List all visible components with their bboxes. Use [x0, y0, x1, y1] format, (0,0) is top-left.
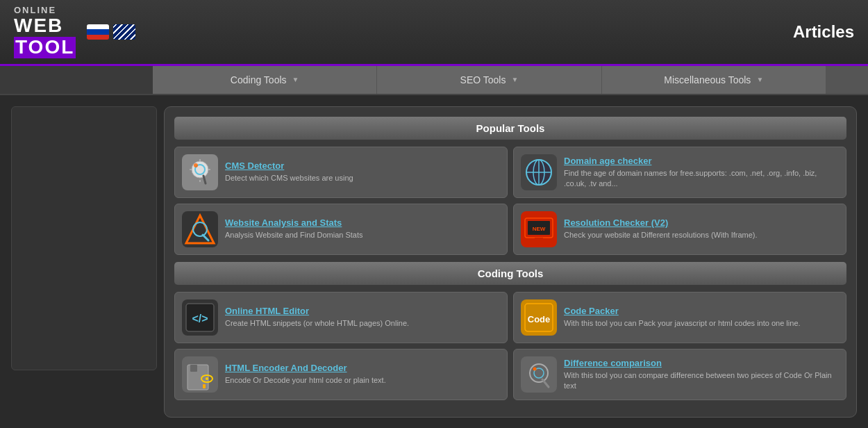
- html-editor-info: Online HTML Editor Create HTML snippets …: [225, 306, 500, 329]
- nav-misc-tools[interactable]: Miscellaneous Tools ▼: [602, 66, 826, 94]
- svg-point-7: [194, 163, 198, 167]
- svg-text:NEW: NEW: [533, 226, 546, 232]
- navbar: Coding Tools ▼ SEO Tools ▼ Miscellaneous…: [0, 66, 868, 95]
- svg-line-14: [203, 235, 208, 240]
- resolution-checker-icon: NEW: [521, 211, 557, 247]
- html-encoder-icon: [182, 356, 218, 393]
- logo-online: ONLINE: [14, 6, 76, 15]
- html-editor-desc: Create HTML snippets (or whole HTML page…: [225, 318, 500, 329]
- svg-point-27: [206, 377, 208, 380]
- seo-tools-label: SEO Tools: [460, 74, 506, 85]
- code-packer-info: Code Packer With this tool you can Pack …: [564, 306, 839, 329]
- misc-tools-arrow-icon: ▼: [756, 76, 763, 83]
- svg-point-0: [192, 161, 208, 178]
- website-analysis-info: Website Analysis and Stats Analysis Webs…: [225, 217, 500, 240]
- website-analysis-title: Website Analysis and Stats: [225, 217, 500, 228]
- cms-detector-info: CMS Detector Detect which CMS websites a…: [225, 160, 500, 183]
- coding-tools-label: Coding Tools: [231, 74, 287, 85]
- flags: [87, 24, 135, 40]
- diff-comparison-info: Difference comparison With this tool you…: [564, 358, 839, 392]
- coding-tools-arrow-icon: ▼: [292, 76, 299, 83]
- website-analysis-desc: Analysis Website and Find Domian Stats: [225, 230, 500, 240]
- svg-text:</>: </>: [192, 313, 208, 324]
- svg-marker-12: [186, 215, 214, 243]
- coding-tools-header: Coding Tools: [174, 262, 846, 285]
- tool-website-analysis[interactable]: Website Analysis and Stats Analysis Webs…: [174, 204, 508, 255]
- resolution-checker-desc: Check your website at Different resoluti…: [564, 230, 839, 240]
- nav-right-spacer: [826, 66, 868, 94]
- svg-point-31: [533, 367, 537, 370]
- tool-cms-detector[interactable]: CMS Detector Detect which CMS websites a…: [174, 147, 508, 198]
- coding-tools-grid: </> Online HTML Editor Create HTML snipp…: [174, 292, 846, 400]
- tool-html-encoder[interactable]: HTML Encoder And Decoder Encode Or Decod…: [174, 349, 508, 400]
- domain-age-icon: [521, 154, 557, 190]
- main-wrapper: Popular Tools CMS: [0, 95, 868, 428]
- tool-domain-age[interactable]: Domain age checker Find the age of domai…: [513, 147, 846, 198]
- header: ONLINE WEB TOOL Articles: [0, 0, 868, 66]
- domain-age-title: Domain age checker: [564, 156, 839, 166]
- svg-line-30: [542, 379, 549, 387]
- code-packer-desc: With this tool you can Pack your javascr…: [564, 318, 839, 329]
- popular-tools-header: Popular Tools: [174, 117, 846, 140]
- code-packer-icon: Code: [521, 299, 557, 336]
- cms-detector-title: CMS Detector: [225, 160, 500, 171]
- domain-age-info: Domain age checker Find the age of domai…: [564, 156, 839, 190]
- resolution-checker-info: Resolution Checker (V2) Check your websi…: [564, 217, 839, 240]
- misc-tools-label: Miscellaneous Tools: [664, 74, 751, 85]
- nav-coding-tools[interactable]: Coding Tools ▼: [153, 66, 377, 94]
- flag-uk-icon[interactable]: [113, 24, 135, 40]
- sidebar-panel: [11, 106, 157, 370]
- logo-tool: TOOL: [14, 37, 76, 58]
- logo-web: WEB: [14, 15, 76, 37]
- popular-tools-grid: CMS Detector Detect which CMS websites a…: [174, 147, 846, 255]
- svg-line-6: [203, 176, 206, 183]
- svg-rect-24: [190, 365, 197, 372]
- diff-comparison-icon: [521, 356, 557, 393]
- content-area: Popular Tools CMS: [164, 106, 857, 418]
- sidebar: [11, 106, 157, 418]
- html-encoder-info: HTML Encoder And Decoder Encode Or Decod…: [225, 363, 500, 386]
- nav-seo-tools[interactable]: SEO Tools ▼: [377, 66, 601, 94]
- html-editor-icon: </>: [182, 299, 218, 336]
- tool-html-editor[interactable]: </> Online HTML Editor Create HTML snipp…: [174, 292, 508, 343]
- nav-spacer: [0, 66, 153, 94]
- svg-rect-26: [203, 384, 206, 388]
- html-encoder-title: HTML Encoder And Decoder: [225, 363, 500, 373]
- website-analysis-icon: [182, 211, 218, 247]
- domain-age-desc: Find the age of domain names for free.su…: [564, 168, 839, 190]
- coding-tools-section: Coding Tools </> Online HTML Editor Crea…: [174, 262, 846, 400]
- svg-rect-18: [535, 238, 543, 240]
- tool-resolution-checker[interactable]: NEW Resolution Checker (V2) Check your w…: [513, 204, 846, 255]
- code-packer-title: Code Packer: [564, 306, 839, 316]
- cms-detector-desc: Detect which CMS websites are using: [225, 173, 500, 183]
- html-editor-title: Online HTML Editor: [225, 306, 500, 316]
- svg-text:Code: Code: [528, 314, 551, 324]
- html-encoder-desc: Encode Or Decode your html code or plain…: [225, 375, 500, 386]
- seo-tools-arrow-icon: ▼: [511, 76, 518, 83]
- diff-comparison-desc: With this tool you can compare differenc…: [564, 370, 839, 392]
- svg-point-28: [530, 364, 548, 382]
- diff-comparison-title: Difference comparison: [564, 358, 839, 368]
- svg-point-13: [193, 222, 207, 236]
- tool-diff-comparison[interactable]: Difference comparison With this tool you…: [513, 349, 846, 400]
- resolution-checker-title: Resolution Checker (V2): [564, 217, 839, 228]
- logo: ONLINE WEB TOOL: [14, 6, 76, 58]
- articles-title: Articles: [793, 22, 854, 42]
- cms-detector-icon: [182, 154, 218, 190]
- flag-russia-icon[interactable]: [87, 24, 109, 40]
- tool-code-packer[interactable]: Code Code Packer With this tool you can …: [513, 292, 846, 343]
